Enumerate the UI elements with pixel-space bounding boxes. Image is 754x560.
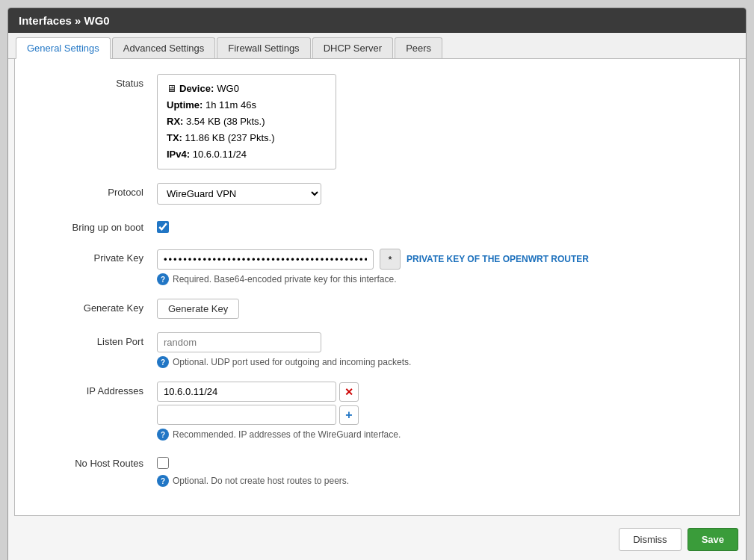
generate-key-label: Generate Key bbox=[37, 299, 157, 314]
status-box: 🖥 Device: WG0 Uptime: 1h 11m 46s RX: 3.5… bbox=[157, 74, 336, 169]
protocol-control: WireGuard VPN bbox=[157, 183, 717, 205]
ip-add-button[interactable]: + bbox=[339, 405, 359, 425]
status-rx-label: RX: bbox=[167, 116, 183, 127]
status-ipv4-label: IPv4: bbox=[167, 149, 190, 160]
status-ipv4-value: 10.6.0.11/24 bbox=[193, 149, 247, 160]
status-tx-label: TX: bbox=[167, 132, 182, 143]
status-device-value: WG0 bbox=[217, 81, 239, 97]
no-host-routes-checkbox[interactable] bbox=[157, 457, 169, 469]
ip-remove-button-1[interactable]: ✕ bbox=[339, 382, 359, 402]
device-icon: 🖥 bbox=[167, 81, 176, 97]
tab-bar: General Settings Advanced Settings Firew… bbox=[8, 33, 746, 59]
ip-addresses-control: ✕ + ? Recommended. IP addresses of the W… bbox=[157, 382, 717, 441]
protocol-row: Protocol WireGuard VPN bbox=[37, 183, 717, 205]
tab-firewall-settings[interactable]: Firewall Settings bbox=[217, 37, 310, 58]
footer-buttons: Dismiss Save bbox=[8, 516, 746, 560]
status-rx-value: 3.54 KB (38 Pkts.) bbox=[186, 116, 265, 127]
ip-addresses-help-icon: ? bbox=[157, 429, 169, 441]
status-box-container: 🖥 Device: WG0 Uptime: 1h 11m 46s RX: 3.5… bbox=[157, 74, 717, 169]
no-host-routes-control: ? Optional. Do not create host routes to… bbox=[157, 454, 717, 487]
generate-key-row: Generate Key Generate Key bbox=[37, 299, 717, 319]
dismiss-button[interactable]: Dismiss bbox=[619, 528, 682, 551]
tab-dhcp-server[interactable]: DHCP Server bbox=[312, 37, 394, 58]
listen-port-input[interactable] bbox=[157, 332, 321, 352]
status-device-label: Device: bbox=[179, 81, 214, 97]
status-rx-row: RX: 3.54 KB (38 Pkts.) bbox=[167, 113, 327, 130]
no-host-routes-label: No Host Routes bbox=[37, 454, 157, 469]
status-tx-value: 11.86 KB (237 Pkts.) bbox=[185, 132, 275, 143]
status-label: Status bbox=[37, 74, 157, 89]
private-key-toggle-btn[interactable]: * bbox=[380, 249, 401, 270]
ip-addresses-help: ? Recommended. IP addresses of the WireG… bbox=[157, 429, 717, 441]
listen-port-help: ? Optional. UDP port used for outgoing a… bbox=[157, 356, 717, 368]
status-uptime-label: Uptime: bbox=[167, 99, 203, 111]
status-uptime-row: Uptime: 1h 11m 46s bbox=[167, 97, 327, 113]
no-host-routes-help-icon: ? bbox=[157, 475, 169, 487]
generate-key-button[interactable]: Generate Key bbox=[157, 299, 239, 319]
listen-port-label: Listen Port bbox=[37, 332, 157, 347]
listen-port-row: Listen Port ? Optional. UDP port used fo… bbox=[37, 332, 717, 368]
tab-advanced-settings[interactable]: Advanced Settings bbox=[112, 37, 215, 58]
status-device-row: 🖥 Device: WG0 bbox=[167, 81, 327, 97]
listen-port-control: ? Optional. UDP port used for outgoing a… bbox=[157, 332, 717, 368]
private-key-link[interactable]: PRIVATE KEY OF THE OPENWRT ROUTER bbox=[407, 254, 589, 264]
bring-up-checkbox[interactable] bbox=[157, 221, 169, 233]
protocol-label: Protocol bbox=[37, 183, 157, 198]
private-key-help: ? Required. Base64-encoded private key f… bbox=[157, 273, 717, 285]
no-host-routes-row: No Host Routes ? Optional. Do not create… bbox=[37, 454, 717, 487]
bring-up-control bbox=[157, 218, 717, 235]
ip-addresses-row: IP Addresses ✕ + ? Recommended. IP addre… bbox=[37, 382, 717, 441]
status-uptime-value: 1h 11m 46s bbox=[206, 99, 256, 111]
private-key-row: Private Key * PRIVATE KEY OF THE OPENWRT… bbox=[37, 249, 717, 285]
private-key-help-icon: ? bbox=[157, 273, 169, 285]
listen-port-help-icon: ? bbox=[157, 356, 169, 368]
save-button[interactable]: Save bbox=[687, 528, 738, 551]
bring-up-row: Bring up on boot bbox=[37, 218, 717, 235]
title-bar: Interfaces » WG0 bbox=[8, 8, 746, 33]
window-title: Interfaces » WG0 bbox=[19, 14, 110, 27]
status-tx-row: TX: 11.86 KB (237 Pkts.) bbox=[167, 130, 327, 146]
tab-peers[interactable]: Peers bbox=[395, 37, 442, 58]
ip-address-input-1[interactable] bbox=[157, 382, 336, 402]
ip-address-entry-1: ✕ bbox=[157, 382, 717, 402]
main-window: Interfaces » WG0 General Settings Advanc… bbox=[7, 7, 747, 560]
ip-address-entry-2: + bbox=[157, 405, 717, 425]
private-key-label: Private Key bbox=[37, 249, 157, 264]
status-row: Status 🖥 Device: WG0 Uptime: 1h 11m 46s … bbox=[37, 74, 717, 169]
no-host-routes-help: ? Optional. Do not create host routes to… bbox=[157, 475, 717, 487]
generate-key-control: Generate Key bbox=[157, 299, 717, 319]
protocol-select[interactable]: WireGuard VPN bbox=[157, 183, 321, 205]
ip-address-input-2[interactable] bbox=[157, 405, 336, 425]
ip-addresses-label: IP Addresses bbox=[37, 382, 157, 396]
private-key-input[interactable] bbox=[157, 249, 374, 270]
status-ipv4-row: IPv4: 10.6.0.11/24 bbox=[167, 146, 327, 163]
form-content: Status 🖥 Device: WG0 Uptime: 1h 11m 46s … bbox=[14, 59, 740, 516]
private-key-control: * PRIVATE KEY OF THE OPENWRT ROUTER ? Re… bbox=[157, 249, 717, 285]
tab-general-settings[interactable]: General Settings bbox=[16, 37, 111, 59]
bring-up-label: Bring up on boot bbox=[37, 218, 157, 233]
private-key-input-row: * PRIVATE KEY OF THE OPENWRT ROUTER bbox=[157, 249, 717, 270]
